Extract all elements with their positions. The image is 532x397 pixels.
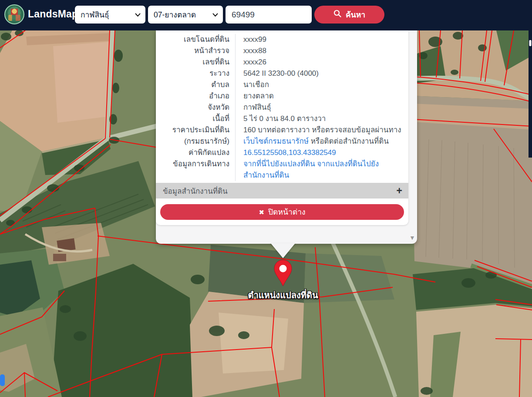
close-window-button[interactable]: ✖ ปิดหน้าต่าง	[160, 204, 404, 220]
row-assessment-price: ราคาประเมินที่ดิน (กรมธนารักษ์) 160 บาทต…	[156, 124, 408, 147]
land-office-section-title: ข้อมูลสำนักงานที่ดิน	[163, 185, 228, 197]
department-of-lands-logo	[4, 4, 24, 24]
edge-control-blue[interactable]	[0, 374, 5, 386]
row-land-number: เลขที่ดิน xxxx26	[156, 57, 408, 68]
province-select[interactable]: กาฬสินธุ์	[75, 6, 145, 24]
row-district: อำเภอ ยางตลาด	[156, 91, 408, 102]
directions-to-parcel-link[interactable]: จากที่นี่ไปยังแปลงที่ดิน	[243, 160, 315, 168]
land-office-section-header[interactable]: ข้อมูลสำนักงานที่ดิน +	[156, 183, 408, 198]
close-button-label: ปิดหน้าต่าง	[268, 206, 306, 218]
parcel-pin-icon[interactable]	[274, 259, 292, 286]
row-coordinates: ค่าพิกัดแปลง 16.55125508,103.43382549	[156, 147, 408, 158]
search-button[interactable]: ค้นหา	[314, 6, 384, 24]
search-button-label: ค้นหา	[346, 9, 365, 21]
row-map-sheet: ระวาง 5642 II 3230-00 (4000)	[156, 68, 408, 79]
close-icon: ✖	[259, 209, 264, 215]
row-province: จังหวัด กาฬสินธุ์	[156, 102, 408, 113]
row-deed-number: เลขโฉนดที่ดิน xxxx99	[156, 34, 408, 45]
parcel-number-input[interactable]	[226, 6, 312, 24]
parcel-detail-rows: เลขโฉนดที่ดิน xxxx99 หน้าสำรวจ xxxx88 เล…	[156, 30, 408, 181]
row-survey-page: หน้าสำรวจ xxxx88	[156, 45, 408, 57]
chevron-down-icon	[135, 10, 141, 19]
row-subdistrict: ตำบล นาเชือก	[156, 79, 408, 91]
district-select[interactable]: 07-ยางตลาด	[148, 6, 223, 24]
row-area: เนื้อที่ 5 ไร่ 0 งาน 84.0 ตารางวา	[156, 113, 408, 124]
scroll-down-indicator-icon: ▼	[409, 234, 415, 241]
province-select-value: กาฬสินธุ์	[81, 9, 109, 21]
district-select-value: 07-ยางตลาด	[154, 9, 196, 21]
coordinates-link[interactable]: 16.55125508,103.43382549	[243, 148, 336, 157]
expand-plus-icon[interactable]: +	[397, 186, 402, 196]
parcel-info-card: เลขโฉนดที่ดิน xxxx99 หน้าสำรวจ xxxx88 เล…	[156, 30, 408, 225]
parcel-pin-label: ตำแหน่งแปลงที่ดิน	[233, 288, 333, 302]
parcel-info-popup: เลขโฉนดที่ดิน xxxx99 หน้าสำรวจ xxxx88 เล…	[156, 30, 417, 244]
search-icon	[333, 10, 341, 20]
treasury-website-link[interactable]: เว็บไซต์กรมธนารักษ์	[243, 137, 309, 145]
chevron-down-icon	[212, 10, 218, 19]
popup-tail-pointer	[271, 243, 295, 258]
row-travel-info: ข้อมูลการเดินทาง จากที่นี่ไปยังแปลงที่ดิ…	[156, 158, 408, 181]
top-navbar: LandsMaps กาฬสินธุ์ 07-ยางตลาด ค้นหา	[0, 0, 532, 30]
landsmaps-app: ตำแหน่งแปลงที่ดิน LandsMaps กาฬสินธุ์ 07…	[0, 0, 532, 397]
